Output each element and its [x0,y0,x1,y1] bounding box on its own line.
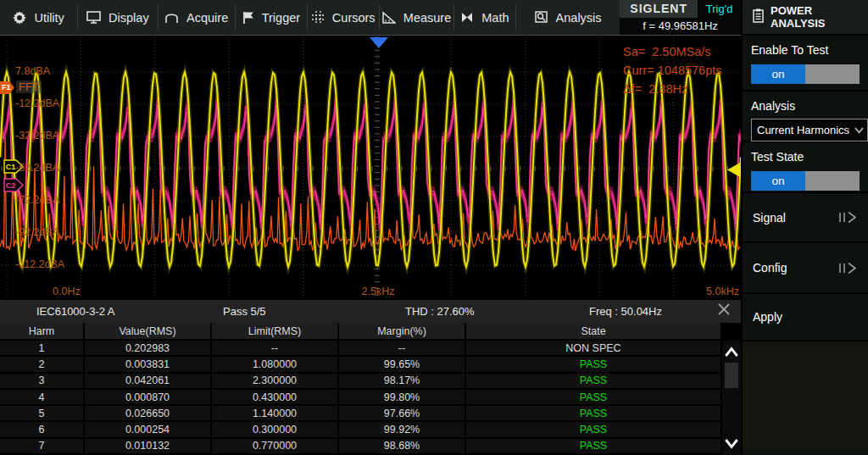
menu-label: Acquire [186,11,228,25]
table-cell: -- [339,341,466,357]
trigger-status-badge: Trig'd [698,0,741,18]
analysis-dropdown-value: Current Harmonics [757,124,849,136]
db-scale-label: -92.2dBA [15,226,59,238]
table-scrollbar[interactable] [721,341,741,455]
menu-analysis[interactable]: Analysis [516,0,620,35]
close-icon[interactable] [715,300,733,319]
signal-label: Signal [753,211,786,225]
table-row[interactable]: 70.0101320.77000098.68%PASS [0,439,721,455]
table-cell: 0.430000 [212,390,339,406]
memory-points-readout: Curr= 1048576pts [623,64,742,77]
table-cell: 3 [0,374,85,390]
enable-to-test-section: Enable To Test on [743,36,868,92]
column-header: State [466,323,721,341]
table-cell: 0.300000 [212,422,339,438]
db-scale-label: -72.2dBA [15,194,59,206]
table-cell: 0.010132 [85,439,212,455]
menu-measure[interactable]: Measure [380,0,453,35]
menu-label: Display [108,11,149,25]
sample-rate-readout: Sa= 2.50MSa/s [623,45,742,58]
freq-axis-left: 0.0Hz [53,286,81,297]
waveform-display: F1 FFT C1 C2 7.8dBA-12.2dBA-32.2dBA-52.2… [0,36,741,298]
sidebar-title: POWER ANALYSIS [771,4,868,30]
table-row[interactable]: 40.0008700.43000099.80%PASS [0,390,721,406]
bowtie-icon [460,11,474,24]
table-row[interactable]: 50.0266501.14000097.66%PASS [0,406,721,422]
trigger-level-marker[interactable] [727,163,740,177]
table-cell: 0.026650 [85,406,212,422]
menu-label: Math [481,11,509,25]
table-cell: 99.92% [339,422,466,438]
menu-trigger[interactable]: Trigger [236,0,307,35]
scroll-up-icon[interactable] [722,342,741,361]
table-row[interactable]: 60.0002540.30000099.92%PASS [0,422,721,438]
table-cell: 99.65% [339,357,466,373]
menu-cursors[interactable]: Cursors [308,0,379,35]
table-cell: 0.003831 [85,357,212,373]
table-cell: 4 [0,390,85,406]
toggle-off-state [805,171,860,191]
menu-utility[interactable]: Utility [0,0,77,35]
column-header: Limit(RMS) [212,323,339,341]
fft-trace-label: FFT [16,80,42,93]
svg-text:C1: C1 [6,163,16,171]
results-column-headers: Harm Value(RMS) Limit(RMS) Margin(%) Sta… [0,323,721,341]
table-cell: 2 [0,357,85,373]
table-cell: -- [212,341,339,357]
power-analysis-sidebar: POWER ANALYSIS Enable To Test on Analysi… [741,0,868,455]
monitor-icon [86,11,101,24]
menu-label: Cursors [332,11,376,25]
freq-axis-center: 2.5kHz [352,286,404,297]
standard-label: IEC61000-3-2 A [36,300,115,323]
config-menu-item[interactable]: Config [743,243,868,294]
menu-display[interactable]: Display [78,0,157,35]
table-cell: PASS [466,406,721,422]
thd-readout: THD : 27.60% [405,300,475,323]
siglent-logo: SIGLENT [620,0,698,18]
table-cell: 98.68% [339,439,466,455]
apply-button[interactable]: Apply [743,294,868,341]
results-table: 10.202983----NON SPEC20.0038311.08000099… [0,341,721,455]
db-scale-label: -52.2dBA [15,162,59,174]
apply-label: Apply [753,310,782,324]
test-state-label: Test State [751,150,860,164]
enable-to-test-toggle[interactable]: on [751,64,860,84]
results-header-bar: IEC61000-3-2 A Pass 5/5 THD : 27.60% Fre… [0,298,741,323]
menu-label: Measure [403,11,451,25]
harmonics-results-panel: IEC61000-3-2 A Pass 5/5 THD : 27.60% Fre… [0,298,741,455]
table-cell: 2.300000 [212,374,339,390]
menu-math[interactable]: Math [454,0,515,35]
table-cell: 6 [0,422,85,438]
enable-to-test-label: Enable To Test [751,43,860,57]
table-row[interactable]: 20.0038311.08000099.65%PASS [0,357,721,373]
menu-acquire[interactable]: Acquire [158,0,234,35]
scrollbar-thumb[interactable] [725,363,738,388]
table-row[interactable]: 10.202983----NON SPEC [0,341,721,357]
toggle-off-state [805,64,860,84]
db-scale-label: -112.2dBA [15,258,64,270]
menu-label: Trigger [262,11,300,25]
table-cell: PASS [466,374,721,390]
signal-menu-item[interactable]: Signal [743,193,868,243]
trigger-position-marker[interactable] [370,37,388,48]
flag-icon [242,11,254,25]
table-row[interactable]: 30.0420612.30000098.17%PASS [0,374,721,390]
table-cell: 0.042061 [85,374,212,390]
freq-axis-right: 5.0kHz [688,286,739,297]
analysis-dropdown[interactable]: Current Harmonics [751,119,868,141]
table-cell: PASS [466,439,721,455]
grid-icon [312,11,325,24]
delta-f-readout: Δf= 2.38Hz [623,82,742,96]
table-cell: PASS [466,357,721,373]
analysis-section: Analysis Current Harmonics [743,92,868,142]
table-cell: 0.202983 [85,341,212,357]
test-state-toggle[interactable]: on [751,171,860,191]
column-header: Harm [0,323,85,341]
table-cell: 99.80% [339,390,466,406]
magnifier-icon [535,11,548,24]
db-scale-label: -12.2dBA [15,97,59,109]
toggle-on-state: on [751,171,805,191]
chevron-down-icon [854,127,864,134]
menu-label: Analysis [556,11,602,25]
scroll-down-icon[interactable] [722,435,741,453]
